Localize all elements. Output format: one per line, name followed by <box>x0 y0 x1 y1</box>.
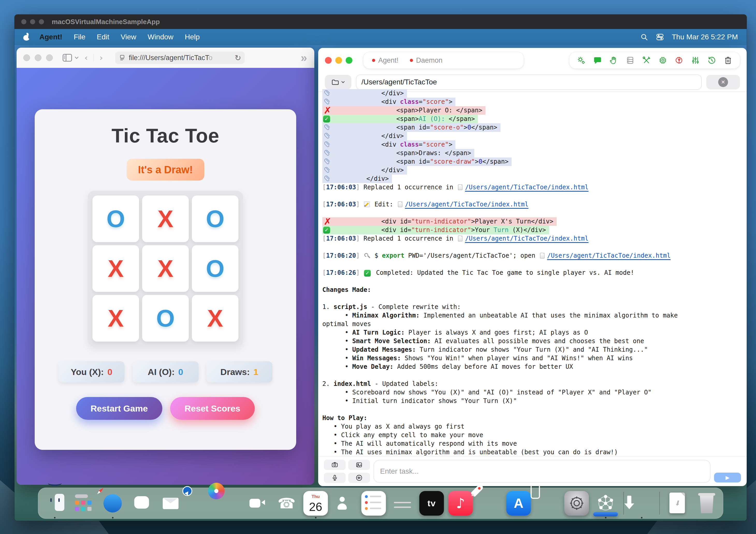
board-cell[interactable]: O <box>142 295 189 342</box>
search-icon[interactable] <box>640 33 648 41</box>
board-cell[interactable]: O <box>192 196 238 242</box>
agent-log[interactable]: </div> <div class="score">✗ <span>Player… <box>318 89 747 456</box>
board-cell[interactable]: X <box>93 295 139 342</box>
safari-zoom-button[interactable] <box>46 54 53 61</box>
dock-item-notes[interactable] <box>391 491 415 516</box>
dock-item-music[interactable]: ♪ <box>448 491 473 516</box>
control-center-icon[interactable] <box>656 33 664 41</box>
agent-minimize-button[interactable] <box>335 57 342 64</box>
screenshot-button[interactable] <box>324 460 346 470</box>
log-line: • Minimax Algorithm: Implemented an unbe… <box>322 311 742 320</box>
tab-agent[interactable]: Agent! <box>372 56 398 65</box>
microphone-button[interactable] <box>324 473 346 483</box>
menu-clock[interactable]: Thu Mar 26 5:22 PM <box>672 33 738 41</box>
board-cell[interactable]: X <box>192 295 238 342</box>
menu-agent[interactable]: Agent! <box>40 33 62 41</box>
toolbar-overflow-button[interactable]: » <box>301 51 308 64</box>
dock-item-facetime[interactable] <box>245 491 270 516</box>
settings-icon[interactable] <box>564 491 589 516</box>
dock-item-contacts[interactable] <box>333 491 357 516</box>
log-line: 2. index.html - Updated labels: <box>322 379 742 388</box>
back-button[interactable]: ‹ <box>81 53 91 63</box>
board-cell[interactable]: X <box>142 196 189 242</box>
menu-help[interactable]: Help <box>185 33 200 41</box>
dock-item-rocket[interactable] <box>477 491 502 516</box>
dock-item-appstore[interactable]: A <box>506 491 531 516</box>
menu-view[interactable]: View <box>121 33 136 41</box>
folder-picker-button[interactable] <box>325 75 351 89</box>
menu-items: Agent!FileEditViewWindowHelp <box>40 33 211 41</box>
dock-item-document[interactable] <box>665 491 690 516</box>
file-link[interactable]: /Users/agent/TicTacToe/index.html <box>465 235 588 243</box>
apple-menu-icon[interactable] <box>23 33 30 41</box>
vm-close-button[interactable] <box>21 19 26 24</box>
desktop: { "window_title": "macOSVirtualMachineSa… <box>0 0 756 534</box>
board-cell[interactable]: O <box>192 245 238 292</box>
voice-button[interactable] <box>348 473 370 483</box>
dock-item-phone[interactable]: ☎ <box>274 491 299 516</box>
calendar-icon[interactable]: Thu26 <box>304 491 328 516</box>
music-icon[interactable]: ♪ <box>448 491 473 516</box>
tv-icon[interactable]: tv <box>419 491 444 516</box>
send-button[interactable]: ▶ <box>714 473 741 483</box>
file-link[interactable]: /Users/agent/TicTacToe/index.html <box>547 252 671 260</box>
check-icon <box>364 270 371 277</box>
dock-item-messages[interactable] <box>129 491 154 516</box>
dock-item-calendar[interactable]: Thu26 <box>304 491 328 516</box>
dock-item-settings[interactable] <box>564 491 589 516</box>
trash-icon[interactable] <box>723 56 733 65</box>
chat-icon[interactable] <box>593 56 602 65</box>
menu-file[interactable]: File <box>74 33 85 41</box>
board-cell[interactable]: X <box>93 245 139 292</box>
image-attach-button[interactable] <box>348 460 370 470</box>
dock-item-mail[interactable] <box>158 491 183 516</box>
history-icon[interactable] <box>707 56 716 65</box>
dock-item-maps[interactable] <box>187 491 212 516</box>
reminders-icon[interactable] <box>362 491 386 516</box>
server-icon[interactable] <box>626 56 635 65</box>
agent-zoom-button[interactable] <box>346 57 352 64</box>
dock-item-photos[interactable] <box>216 491 241 516</box>
dock-item-finder[interactable] <box>42 491 67 516</box>
menu-window[interactable]: Window <box>148 33 174 41</box>
tab-daemon[interactable]: Daemon <box>410 56 443 65</box>
path-input[interactable] <box>356 74 702 90</box>
vm-titlebar[interactable]: macOSVirtualMachineSampleApp <box>14 14 747 29</box>
agent-close-button[interactable] <box>325 57 332 64</box>
log-line: [17:06:26] Completed: Updated the Tic Ta… <box>322 268 742 277</box>
hand-icon[interactable] <box>609 56 618 65</box>
menu-edit[interactable]: Edit <box>97 33 109 41</box>
dock-item-tv[interactable]: tv <box>419 491 444 516</box>
dock-item-downloads[interactable] <box>629 491 654 516</box>
dock-item-iphone-mirroring[interactable] <box>535 491 560 516</box>
gears-icon[interactable] <box>577 56 586 65</box>
address-bar[interactable]: file:///Users/agent/TicTacTo ↻ <box>115 51 245 64</box>
board-cell[interactable]: O <box>93 196 139 242</box>
chip-icon[interactable] <box>658 56 667 65</box>
appstore-icon[interactable]: A <box>506 491 531 516</box>
reset-scores-button[interactable]: Reset Scores <box>170 397 255 420</box>
task-input[interactable] <box>374 460 711 483</box>
reload-icon[interactable]: ↻ <box>234 53 241 62</box>
game-card: Tic Tac Toe It's a Draw! OXOXXOXOX You (… <box>35 109 296 450</box>
forward-button[interactable]: › <box>96 53 106 63</box>
dock-item-reminders[interactable] <box>362 491 386 516</box>
file-link[interactable]: /Users/agent/TicTacToe/index.html <box>405 201 528 209</box>
vm-zoom-button[interactable] <box>39 19 44 24</box>
clear-path-button[interactable]: ✕ <box>718 77 728 87</box>
network-icon[interactable] <box>593 512 618 517</box>
dock-item-trash[interactable] <box>694 491 719 516</box>
tools-icon[interactable] <box>642 56 651 65</box>
vm-minimize-button[interactable] <box>30 19 35 24</box>
sidebar-toggle-button[interactable] <box>62 53 79 62</box>
dock-item-safari[interactable] <box>100 491 125 516</box>
safari-close-button[interactable] <box>23 54 30 61</box>
safari-minimize-button[interactable] <box>35 54 41 61</box>
file-link[interactable]: /Users/agent/TicTacToe/index.html <box>465 183 588 192</box>
sliders-icon[interactable] <box>691 56 700 65</box>
restart-game-button[interactable]: Restart Game <box>76 397 162 420</box>
brain-icon[interactable] <box>674 56 684 65</box>
board-cell[interactable]: X <box>142 245 189 292</box>
dock-item-launchpad[interactable] <box>71 491 96 516</box>
dock-item-network[interactable] <box>593 491 618 516</box>
